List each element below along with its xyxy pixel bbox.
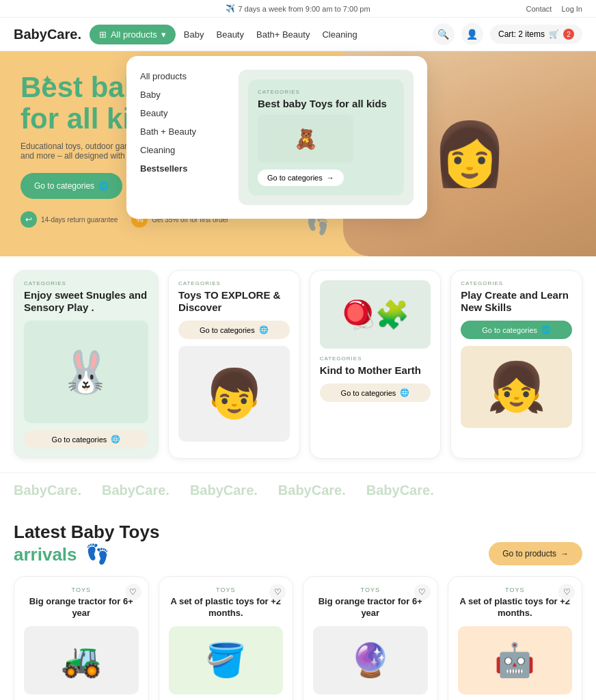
dropdown-all-products[interactable]: All products bbox=[140, 70, 222, 83]
dropdown-cleaning[interactable]: Cleaning bbox=[140, 144, 222, 157]
latest-heading: Latest Baby Toys bbox=[14, 522, 159, 543]
category-card-explore: CATEGORIES Toys TO EXPLORE & Discover Go… bbox=[168, 270, 300, 459]
cat-goto-2[interactable]: Go to categories 🌐 bbox=[178, 321, 290, 339]
cat-card-explore-inner: CATEGORIES Toys TO EXPLORE & Discover Go… bbox=[169, 271, 299, 458]
contact-link[interactable]: Contact bbox=[526, 5, 552, 13]
dropdown-cat-label: CATEGORIES bbox=[258, 89, 394, 95]
all-products-dropdown[interactable]: ⊞ All products ▾ bbox=[90, 25, 176, 44]
cart-button[interactable]: Cart: 2 items 🛒 2 bbox=[490, 25, 582, 44]
cat-goto-label-3: Go to categories bbox=[341, 389, 396, 397]
product-grid: ♡ TOYS Big orange tractor for 6+ year 🚜 … bbox=[14, 576, 582, 700]
all-products-label: All products bbox=[111, 29, 157, 40]
topbar-icon: ✈️ bbox=[226, 4, 235, 13]
nav-dropdown-menu: All products Baby Beauty Bath + Beauty C… bbox=[126, 56, 427, 219]
product-name-3: Big orange tractor for 6+ year bbox=[313, 596, 428, 619]
category-card-snugles: CATEGORIES Enjoy sweet Snugles and Senso… bbox=[14, 270, 159, 459]
cat-label-1: CATEGORIES bbox=[24, 280, 148, 286]
cat-title-1: Enjoy sweet Snugles and Sensory Play . bbox=[24, 289, 148, 314]
cat-label-3: CATEGORIES bbox=[320, 355, 431, 362]
goto-categories-label: Go to categories bbox=[34, 181, 94, 191]
dropdown-bath[interactable]: Bath + Beauty bbox=[140, 125, 222, 138]
return-icon: ↩ bbox=[21, 211, 37, 228]
cat-goto-3[interactable]: Go to categories 🌐 bbox=[320, 383, 431, 402]
footprint-icon: 👣 bbox=[85, 543, 109, 565]
dropdown-baby[interactable]: Baby bbox=[140, 88, 222, 101]
logo[interactable]: BabyCare. bbox=[14, 27, 81, 42]
globe-icon-1: 🌐 bbox=[111, 435, 120, 444]
header: BabyCare. ⊞ All products ▾ Baby Beauty B… bbox=[0, 18, 596, 51]
return-text: 14-days return guarantee bbox=[41, 216, 118, 224]
product-type-1: TOYS bbox=[24, 587, 139, 593]
product-image-1: 🚜 bbox=[24, 626, 139, 695]
dropdown-goto-button[interactable]: Go to categories → bbox=[258, 170, 344, 186]
cat-goto-label-2: Go to categories bbox=[200, 326, 255, 334]
product-type-2: TOYS bbox=[169, 587, 284, 593]
nav-cleaning[interactable]: Cleaning bbox=[322, 29, 357, 40]
header-icons: 🔍 👤 Cart: 2 items 🛒 2 bbox=[433, 23, 582, 45]
goto-products-button[interactable]: Go to products → bbox=[489, 542, 582, 565]
cat-goto-label-1: Go to categories bbox=[52, 435, 107, 444]
return-guarantee-badge: ↩ 14-days return guarantee bbox=[21, 211, 118, 228]
product-image-2: 🪣 bbox=[169, 626, 284, 695]
product-card-2: ♡ TOYS A set of plastic toys for +2 mont… bbox=[159, 576, 294, 700]
dropdown-goto-label: Go to categories bbox=[267, 174, 323, 182]
product-image-3: 🔮 bbox=[313, 626, 428, 695]
arrow-right-products-icon: → bbox=[560, 549, 569, 558]
wishlist-button-3[interactable]: ♡ bbox=[414, 584, 431, 600]
product-card-4: ♡ TOYS A set of plastic toys for +2 mont… bbox=[448, 576, 583, 700]
brand-1: BabyCare. bbox=[14, 483, 81, 498]
categories-section: CATEGORIES Enjoy sweet Snugles and Senso… bbox=[0, 256, 596, 472]
nav-baby[interactable]: Baby bbox=[184, 29, 204, 40]
latest-header: Latest Baby Toys arrivals 👣 Go to produc… bbox=[14, 522, 582, 565]
product-name-2: A set of plastic toys for +2 months. bbox=[169, 596, 284, 619]
product-image-4: 🤖 bbox=[458, 626, 573, 695]
globe-icon: 🌐 bbox=[98, 181, 109, 191]
dropdown-left: All products Baby Beauty Bath + Beauty C… bbox=[140, 70, 222, 205]
brand-3: BabyCare. bbox=[190, 483, 258, 498]
latest-subheading: arrivals bbox=[14, 544, 77, 565]
wishlist-button-1[interactable]: ♡ bbox=[125, 584, 141, 600]
wishlist-button-4[interactable]: ♡ bbox=[558, 584, 575, 600]
login-link[interactable]: Log In bbox=[561, 5, 582, 13]
brand-5: BabyCare. bbox=[366, 483, 434, 498]
cat-image-2: 👦 bbox=[178, 346, 290, 442]
dropdown-toy-image: 🧸 bbox=[258, 115, 353, 163]
latest-section: Latest Baby Toys arrivals 👣 Go to produc… bbox=[0, 508, 596, 700]
dropdown-featured-title: Best baby Toys for all kids bbox=[258, 98, 394, 109]
nav-bath[interactable]: Bath+ Beauty bbox=[256, 29, 310, 40]
product-name-1: Big orange tractor for 6+ year bbox=[24, 596, 139, 619]
search-button[interactable]: 🔍 bbox=[433, 23, 455, 45]
product-name-4: A set of plastic toys for +2 months. bbox=[458, 596, 573, 619]
cat-image-1: 🐰 bbox=[24, 321, 148, 423]
topbar-message: 7 days a week from 9:00 am to 7:00 pm bbox=[238, 5, 370, 13]
brand-2: BabyCare. bbox=[102, 483, 170, 498]
brand-strip: BabyCare. BabyCare. BabyCare. BabyCare. … bbox=[0, 472, 596, 508]
cat-label-4: CATEGORIES bbox=[461, 280, 572, 286]
nav-links: Baby Beauty Bath+ Beauty Cleaning bbox=[184, 29, 357, 40]
wishlist-button-2[interactable]: ♡ bbox=[269, 584, 286, 600]
nav-beauty[interactable]: Beauty bbox=[217, 29, 244, 40]
cat-image-4: 👧 bbox=[461, 346, 572, 428]
product-type-4: TOYS bbox=[458, 587, 573, 593]
cat-goto-1[interactable]: Go to categories 🌐 bbox=[24, 430, 148, 448]
cart-badge: 2 bbox=[563, 29, 574, 40]
cart-icon: 🛒 bbox=[549, 29, 559, 39]
account-button[interactable]: 👤 bbox=[461, 23, 483, 45]
cat-title-3: Kind to Mother Earth bbox=[320, 364, 431, 377]
arrow-icon: → bbox=[327, 174, 334, 182]
grid-icon: ⊞ bbox=[99, 29, 107, 40]
category-card-learn: CATEGORIES Play Create and Learn New Ski… bbox=[450, 270, 582, 459]
cat-card-snugles-inner: CATEGORIES Enjoy sweet Snugles and Senso… bbox=[14, 271, 158, 458]
product-type-3: TOYS bbox=[313, 587, 428, 593]
cat-goto-label-4: Go to categories bbox=[482, 326, 537, 334]
product-card-1: ♡ TOYS Big orange tractor for 6+ year 🚜 … bbox=[14, 576, 149, 700]
cat-card-earth-inner: 🪀🧩 CATEGORIES Kind to Mother Earth Go to… bbox=[310, 271, 441, 412]
goto-categories-button[interactable]: Go to categories 🌐 bbox=[21, 173, 122, 199]
globe-icon-2: 🌐 bbox=[259, 325, 269, 334]
dropdown-beauty[interactable]: Beauty bbox=[140, 107, 222, 120]
dropdown-bestsellers[interactable]: Bestsellers bbox=[140, 162, 222, 175]
sparkle-deco-1: ✦ bbox=[41, 72, 53, 90]
cart-label: Cart: 2 items bbox=[498, 29, 545, 39]
cat-goto-4[interactable]: Go to categories 🌐 bbox=[461, 321, 572, 339]
product-card-3: ♡ TOYS Big orange tractor for 6+ year 🔮 … bbox=[303, 576, 438, 700]
